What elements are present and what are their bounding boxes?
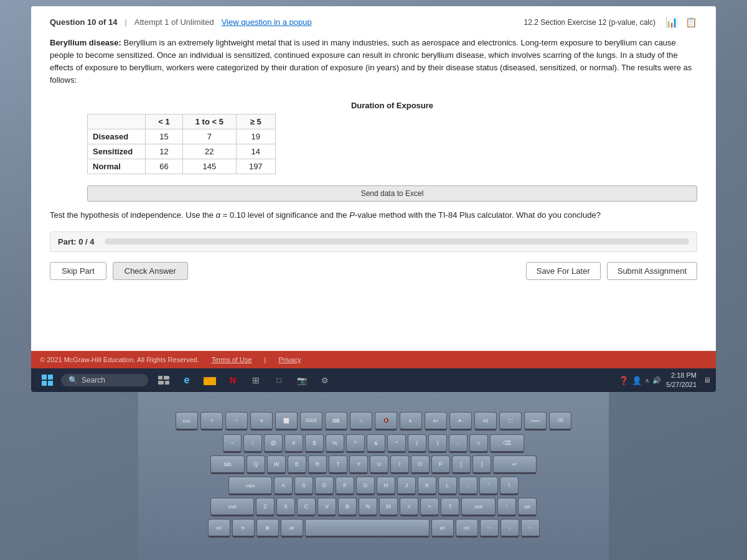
key-backslash[interactable]: \ xyxy=(500,477,519,495)
taskbar-square-app[interactable]: □ xyxy=(268,370,289,390)
key-fn[interactable]: fn xyxy=(232,519,255,538)
key-bracket-r[interactable]: ] xyxy=(472,455,491,474)
key-ctrl-l[interactable]: ctrl xyxy=(208,519,230,538)
key-g[interactable]: G xyxy=(356,477,375,495)
key-u[interactable]: U xyxy=(370,455,388,474)
tray-icon-sound[interactable]: 🔊 xyxy=(652,376,661,385)
key-9[interactable]: ( xyxy=(408,434,426,453)
key-arrow-up[interactable]: ↑ xyxy=(497,498,516,516)
key-ins[interactable]: insert xyxy=(524,412,547,431)
key-semicolon[interactable]: ; xyxy=(459,477,477,495)
key-h[interactable]: H xyxy=(377,477,395,495)
taskbar-task-view[interactable] xyxy=(153,370,174,390)
key-win[interactable]: ⊞ xyxy=(256,519,279,538)
key-c[interactable]: C xyxy=(297,498,316,516)
key-t[interactable]: T xyxy=(329,455,347,474)
key-slash[interactable]: ? xyxy=(441,498,459,516)
key-arrow-right[interactable]: → xyxy=(521,519,540,538)
tray-icon-up[interactable]: ∧ xyxy=(645,377,649,384)
check-answer-button[interactable]: Check Answer xyxy=(113,262,188,280)
key-shift-r[interactable]: shift xyxy=(461,498,496,516)
key-f3[interactable]: ✳ xyxy=(250,412,273,431)
key-f7[interactable]: ♪- xyxy=(350,412,372,431)
key-1[interactable]: ! xyxy=(243,434,262,453)
taskbar-settings[interactable]: ⚙ xyxy=(314,370,336,390)
submit-assignment-button[interactable]: Submit Assignment xyxy=(607,262,697,280)
taskbar-camera[interactable]: 📷 xyxy=(291,370,312,390)
key-3[interactable]: # xyxy=(284,434,303,453)
view-popup-link[interactable]: View question in a popup xyxy=(222,17,312,27)
tray-icon-user[interactable]: 👤 xyxy=(632,376,642,385)
skip-part-button[interactable]: Skip Part xyxy=(50,262,106,280)
key-quote[interactable]: ' xyxy=(479,477,498,495)
system-clock[interactable]: 2:18 PM 5/27/2021 xyxy=(666,371,697,390)
terms-link[interactable]: Terms of Use xyxy=(212,356,252,363)
key-f12[interactable]: #0 xyxy=(474,412,497,431)
key-0[interactable]: ) xyxy=(428,434,447,453)
key-f4[interactable]: ⬜ xyxy=(275,412,298,431)
key-e[interactable]: E xyxy=(288,455,306,474)
key-shift-l[interactable]: shift xyxy=(210,498,254,516)
key-7[interactable]: & xyxy=(367,434,385,453)
key-n[interactable]: N xyxy=(359,498,377,516)
key-r[interactable]: R xyxy=(308,455,327,474)
send-excel-button[interactable]: Send data to Excel xyxy=(87,185,697,202)
key-caps[interactable]: caps xyxy=(228,477,272,495)
key-5[interactable]: % xyxy=(326,434,344,453)
key-s[interactable]: S xyxy=(294,477,313,495)
key-space[interactable] xyxy=(305,519,430,538)
bar-chart-icon[interactable]: 📊 xyxy=(665,16,678,28)
key-j[interactable]: J xyxy=(397,477,416,495)
key-arrow-down[interactable]: ↓ xyxy=(500,519,519,538)
taskbar-search[interactable]: 🔍 Search xyxy=(61,374,148,386)
key-x[interactable]: X xyxy=(276,498,295,516)
start-button[interactable] xyxy=(36,370,59,390)
key-f5[interactable]: ☰☰☰ xyxy=(300,412,322,431)
key-backtick[interactable]: ~ xyxy=(223,434,242,453)
key-backspace[interactable]: ⌫ xyxy=(490,434,524,453)
key-del[interactable]: ⌫ xyxy=(549,412,571,431)
key-del-r[interactable]: del xyxy=(518,498,537,516)
key-alt-l[interactable]: alt xyxy=(281,519,303,538)
key-f6[interactable]: ⌨ xyxy=(325,412,347,431)
key-q[interactable]: Q xyxy=(247,455,265,474)
key-bracket-l[interactable]: [ xyxy=(452,455,471,474)
key-ctrl-r[interactable]: ctrl xyxy=(456,519,478,538)
privacy-link[interactable]: Privacy xyxy=(278,356,301,363)
key-b[interactable]: B xyxy=(338,498,357,516)
key-p[interactable]: P xyxy=(431,455,450,474)
key-f[interactable]: F xyxy=(336,477,354,495)
key-period[interactable]: > xyxy=(420,498,439,516)
save-later-button[interactable]: Save For Later xyxy=(526,262,601,280)
taskbar-file-explorer[interactable] xyxy=(199,370,220,390)
key-f11[interactable]: ☀- xyxy=(449,412,472,431)
key-k[interactable]: K xyxy=(418,477,436,495)
key-f9[interactable]: 4- xyxy=(400,412,422,431)
key-4[interactable]: $ xyxy=(305,434,324,453)
notification-icon[interactable]: 🖥 xyxy=(703,376,711,385)
document-icon[interactable]: 📋 xyxy=(685,17,697,28)
key-w[interactable]: W xyxy=(267,455,286,474)
key-prtsc[interactable]: ⛶ xyxy=(499,412,522,431)
key-minus[interactable]: - xyxy=(449,434,467,453)
key-8[interactable]: * xyxy=(387,434,406,453)
key-f1[interactable]: ? xyxy=(200,412,223,431)
key-v[interactable]: V xyxy=(317,498,336,516)
key-y[interactable]: Y xyxy=(349,455,368,474)
key-a[interactable]: A xyxy=(274,477,293,495)
key-f2[interactable]: * xyxy=(225,412,248,431)
key-f10[interactable]: 4+ xyxy=(425,412,447,431)
key-6[interactable]: ^ xyxy=(346,434,365,453)
key-comma[interactable]: < xyxy=(400,498,418,516)
key-o[interactable]: O xyxy=(411,455,430,474)
key-i[interactable]: I xyxy=(390,455,409,474)
key-arrow-left[interactable]: ← xyxy=(480,519,499,538)
key-m[interactable]: M xyxy=(379,498,398,516)
taskbar-edge[interactable]: e xyxy=(176,370,197,390)
key-tab[interactable]: tab xyxy=(210,455,245,474)
key-esc[interactable]: esc xyxy=(176,412,198,431)
key-z[interactable]: Z xyxy=(256,498,275,516)
key-equals[interactable]: = xyxy=(469,434,488,453)
key-enter[interactable]: ↵ xyxy=(493,455,537,474)
taskbar-netflix[interactable]: N xyxy=(222,370,243,390)
